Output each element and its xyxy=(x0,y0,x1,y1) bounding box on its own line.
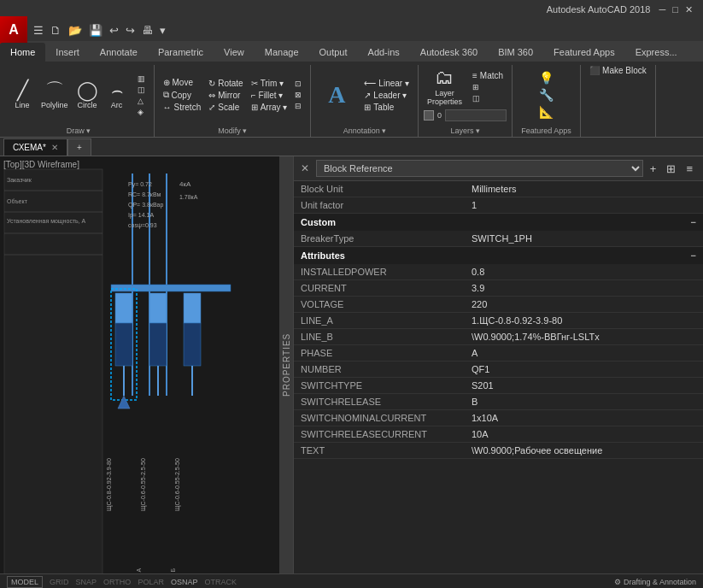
annotation-text-button[interactable]: A xyxy=(316,81,357,109)
draw-arc-button[interactable]: ⌢ Arc xyxy=(103,79,131,111)
tab-manage[interactable]: Manage xyxy=(255,43,309,62)
modify-mirror-button[interactable]: ⇔ Mirror xyxy=(205,90,246,101)
modify-extra1[interactable]: ⊡ xyxy=(291,79,305,89)
tab-insert[interactable]: Insert xyxy=(45,43,90,62)
draw-circle-button[interactable]: ◯ Circle xyxy=(73,79,102,111)
tab-output[interactable]: Output xyxy=(309,43,358,62)
qa-open[interactable]: 📂 xyxy=(66,22,85,38)
draw-polyline-button[interactable]: ⌒ Polyline xyxy=(38,79,72,111)
tab-annotate[interactable]: Annotate xyxy=(90,43,148,62)
panel-settings-button[interactable]: ≡ xyxy=(682,161,696,177)
tab-view[interactable]: View xyxy=(214,43,255,62)
modify-group-expand[interactable]: ▾ xyxy=(243,126,247,135)
attributes-section-header[interactable]: Attributes − xyxy=(294,247,703,264)
layers-properties-button[interactable]: 🗂 LayerProperties xyxy=(424,65,466,108)
new-tab-button[interactable]: + xyxy=(67,138,91,156)
featured-app-3[interactable]: 📐 xyxy=(536,104,557,120)
attributes-section-collapse[interactable]: − xyxy=(691,250,696,261)
featured-app-1-icon: 💡 xyxy=(539,71,554,85)
featured-app-1[interactable]: 💡 xyxy=(536,70,557,85)
prop-installedpower: INSTALLEDPOWER 0.8 xyxy=(294,264,703,280)
status-ortho[interactable]: ORTHO xyxy=(100,577,134,587)
block-type-select[interactable]: Block Reference xyxy=(316,160,643,177)
tab-featured-apps[interactable]: Featured Apps xyxy=(543,43,625,62)
ribbon-group-layers: 🗂 LayerProperties ≡ Match ⊞ ◫ xyxy=(419,65,513,137)
qa-undo[interactable]: ↩ xyxy=(107,22,121,38)
document-tab-schema[interactable]: СХЕМА* ✕ xyxy=(3,138,67,156)
window-close[interactable]: ✕ xyxy=(682,4,696,15)
status-osnap[interactable]: OSNAP xyxy=(167,577,202,587)
draw-extra-2[interactable]: ◫ xyxy=(134,85,149,95)
tab-addins[interactable]: Add-ins xyxy=(358,43,410,62)
prop-switchtype: SWITCHTYPE S201 xyxy=(294,378,703,394)
drawing-viewport[interactable]: [Top][3D Wireframe] Заказчик Объект Уста… xyxy=(0,156,284,573)
panel-add-button[interactable]: + xyxy=(647,161,660,177)
draw-extra-3[interactable]: △ xyxy=(134,96,149,106)
annotation-table-button[interactable]: ⊞ Table xyxy=(360,102,413,113)
panel-add2-button[interactable]: ⊞ xyxy=(663,161,679,177)
tab-bar: СХЕМА* ✕ + xyxy=(0,138,703,156)
layers-group-label: Layers xyxy=(450,126,473,135)
make-block-label: Make Block xyxy=(602,66,647,75)
tab-autodesk360[interactable]: Autodesk 360 xyxy=(410,43,488,62)
qa-save[interactable]: 💾 xyxy=(86,22,105,38)
featured-app-2[interactable]: 🔧 xyxy=(536,87,557,103)
draw-group-expand[interactable]: ▾ xyxy=(86,126,91,135)
qa-redo[interactable]: ↪ xyxy=(123,22,138,38)
modify-extra3[interactable]: ⊟ xyxy=(291,101,305,111)
qa-print[interactable]: 🖶 xyxy=(139,22,155,38)
layers-extra2[interactable]: ◫ xyxy=(469,93,507,103)
modify-copy-button[interactable]: ⧉ Copy xyxy=(160,89,205,101)
svg-text:Заказчик: Заказчик xyxy=(7,177,32,183)
status-polar[interactable]: POLAR xyxy=(134,577,167,587)
arc-label: Arc xyxy=(111,101,123,109)
properties-scroll-area[interactable]: Block Unit Millimeters Unit factor 1 Cus… xyxy=(294,181,703,573)
annotation-leader-button[interactable]: ↗ Leader ▾ xyxy=(360,90,413,101)
scale-label: Scale xyxy=(218,103,239,112)
switchtype-value: S201 xyxy=(472,380,494,391)
tab-bim360[interactable]: BIM 360 xyxy=(488,43,543,62)
status-workspace[interactable]: ⚙ Drafting & Annotation xyxy=(614,578,696,586)
modify-fillet-button[interactable]: ⌐ Fillet ▾ xyxy=(248,90,291,101)
layers-group-expand[interactable]: ▾ xyxy=(476,126,480,135)
current-label: CURRENT xyxy=(301,283,472,293)
tab-express[interactable]: Express... xyxy=(625,43,688,62)
status-model[interactable]: MODEL xyxy=(7,576,43,588)
modify-scale-button[interactable]: ⤢ Scale xyxy=(205,102,246,113)
layer-number-display: 0 xyxy=(437,111,442,120)
modify-trim-button[interactable]: ✂ Trim ▾ xyxy=(248,78,291,89)
layers-match-button[interactable]: ≡ Match xyxy=(469,70,507,81)
polyline-icon: ⌒ xyxy=(45,81,64,100)
draw-extra-4[interactable]: ◈ xyxy=(134,107,149,117)
modify-rotate-button[interactable]: ↻ Rotate xyxy=(205,78,246,89)
modify-extra2[interactable]: ⊠ xyxy=(291,90,305,100)
make-block-button[interactable]: ⬛ Make Block xyxy=(586,65,650,76)
layers-extra1[interactable]: ⊞ xyxy=(469,82,507,92)
modify-move-button[interactable]: ⊕ Move xyxy=(160,77,205,88)
array-label: Array ▾ xyxy=(261,103,288,112)
draw-line-button[interactable]: ╱ Line xyxy=(9,79,36,111)
annotation-linear-button[interactable]: ⟵ Linear ▾ xyxy=(360,78,413,89)
status-otrack[interactable]: OTRACK xyxy=(201,577,240,587)
status-snap[interactable]: SNAP xyxy=(73,577,101,587)
panel-close-button[interactable]: ✕ xyxy=(301,162,309,174)
window-minimize[interactable]: ─ xyxy=(656,4,670,15)
window-maximize[interactable]: □ xyxy=(669,4,682,15)
status-grid[interactable]: GRID xyxy=(46,577,73,587)
tab-home[interactable]: Home xyxy=(0,43,45,62)
qa-dropdown[interactable]: ▾ xyxy=(157,22,168,38)
modify-stretch-button[interactable]: ↔ Stretch xyxy=(160,102,205,113)
app-logo: A xyxy=(0,16,27,44)
doc-tab-close[interactable]: ✕ xyxy=(51,143,58,152)
qa-new[interactable]: 🗋 xyxy=(48,22,64,38)
modify-array-button[interactable]: ⊞ Array ▾ xyxy=(248,102,291,113)
annotation-group-expand[interactable]: ▾ xyxy=(382,126,386,135)
custom-section-header[interactable]: Custom − xyxy=(294,214,703,231)
leader-label: Leader ▾ xyxy=(373,91,407,100)
new-tab-icon: + xyxy=(77,143,82,152)
draw-extra-1[interactable]: ▥ xyxy=(134,74,149,84)
qa-menu[interactable]: ☰ xyxy=(31,22,46,38)
custom-section-collapse[interactable]: − xyxy=(691,217,696,227)
tab-parametric[interactable]: Parametric xyxy=(148,43,214,62)
layers-icon: 🗂 xyxy=(435,67,454,89)
